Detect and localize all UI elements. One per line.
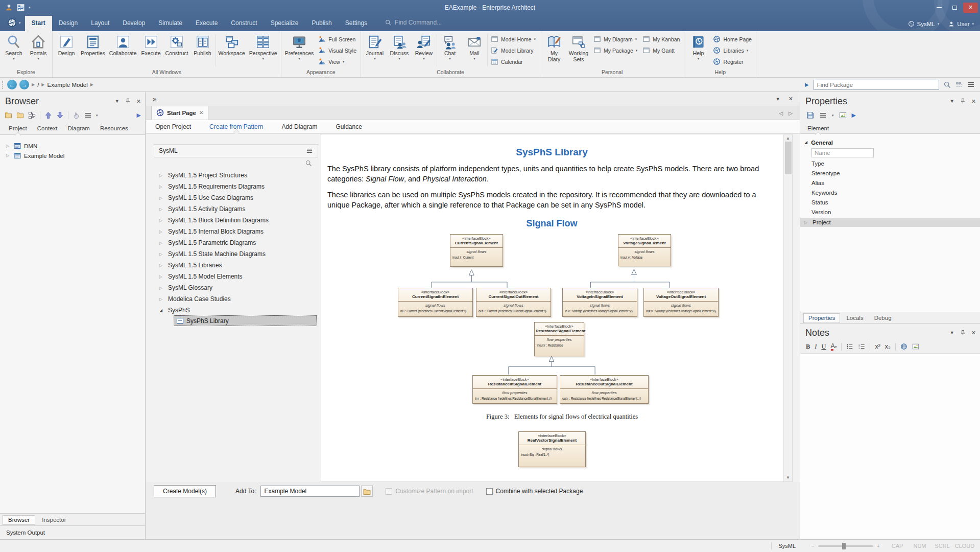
- uml-block-current-in[interactable]: «interfaceBlock»CurrentSignalInElementsi…: [398, 288, 473, 317]
- ribbon-button-full-screen[interactable]: Full Screen: [318, 34, 356, 44]
- menu-icon[interactable]: [819, 111, 827, 119]
- scroll-tabs-left-icon[interactable]: ◁: [779, 110, 783, 116]
- pin-icon[interactable]: [125, 98, 131, 104]
- breadcrumb-item[interactable]: Example Model: [47, 82, 88, 88]
- close-tab-icon[interactable]: ✕: [199, 110, 203, 116]
- expand-browser-icon[interactable]: ▶: [137, 112, 141, 119]
- ribbon-button-properties[interactable]: Properties: [79, 32, 107, 68]
- uml-block-realvector[interactable]: «interfaceBlock»RealVectorSignalElements…: [518, 431, 586, 467]
- pattern-item-modelica-case-studies[interactable]: ▷Modelica Case Studies: [154, 293, 318, 305]
- new-package-icon[interactable]: [5, 111, 12, 119]
- property-row-status[interactable]: Status: [800, 197, 980, 207]
- collapse-sidebar-icon[interactable]: »: [153, 95, 156, 103]
- dock-tab-properties[interactable]: Properties: [803, 313, 840, 323]
- dock-tab-browser[interactable]: Browser: [3, 515, 35, 525]
- close-icon[interactable]: ✕: [971, 330, 976, 336]
- ribbon-button-my-gantt[interactable]: My Gantt: [642, 45, 680, 55]
- uml-block-resistance-in[interactable]: «interfaceBlock»ResistanceInSignalElemen…: [472, 375, 557, 404]
- expander-icon[interactable]: ▷: [159, 229, 164, 234]
- startpage-nav-add-diagram[interactable]: Add Diagram: [281, 123, 317, 130]
- maximize-button[interactable]: [947, 3, 962, 13]
- property-row-type[interactable]: Type: [800, 158, 980, 168]
- statusbar-toggle-scrl[interactable]: SCRL: [931, 543, 953, 549]
- expand-icon[interactable]: ▶: [805, 82, 809, 87]
- app-menu-button[interactable]: ▾: [3, 18, 25, 31]
- forward-button[interactable]: →: [19, 80, 29, 89]
- pattern-item-sysml-1-5-project-structures[interactable]: ▷SysML 1.5 Project Structures: [154, 170, 318, 181]
- ribbon-tab-design[interactable]: Design: [52, 16, 84, 31]
- ribbon-button-chat[interactable]: Chat▾: [438, 32, 462, 68]
- ribbon-button-construct[interactable]: Construct: [163, 32, 190, 68]
- property-row-stereotype[interactable]: Stereotype: [800, 168, 980, 178]
- startpage-nav-create-from-pattern[interactable]: Create from Pattern: [209, 123, 263, 130]
- expander-icon[interactable]: ◢: [159, 308, 164, 313]
- pattern-item-sysml-1-5-libraries[interactable]: ▷SysML 1.5 Libraries: [154, 260, 318, 271]
- pattern-item-sysml-1-5-parametric-diagrams[interactable]: ▷SysML 1.5 Parametric Diagrams: [154, 237, 318, 248]
- ribbon-tab-layout[interactable]: Layout: [84, 16, 116, 31]
- uml-block-current-out[interactable]: «interfaceBlock»CurrentSignalOutElements…: [476, 288, 551, 317]
- insert-image-button[interactable]: [912, 343, 919, 350]
- panel-menu-icon[interactable]: ▼: [950, 99, 954, 104]
- zoom-out-icon[interactable]: −: [811, 543, 814, 549]
- ribbon-button-model-library[interactable]: Model Library: [491, 45, 536, 55]
- expander-icon[interactable]: ▷: [159, 252, 164, 257]
- pattern-item-sysml-1-5-model-elements[interactable]: ▷SysML 1.5 Model Elements: [154, 271, 318, 282]
- ribbon-tab-develop[interactable]: Develop: [116, 16, 152, 31]
- tree-node-dmn[interactable]: ▷DMN: [0, 141, 145, 151]
- font-color-button[interactable]: A▾: [831, 342, 837, 351]
- menu-icon[interactable]: [967, 81, 975, 88]
- ribbon-button-my-diary[interactable]: My Diary: [542, 32, 566, 68]
- scrollbar-thumb[interactable]: [785, 142, 792, 174]
- ribbon-button-collaborate[interactable]: Collaborate: [107, 32, 139, 68]
- ribbon-button-help[interactable]: Help▾: [686, 32, 710, 68]
- close-icon[interactable]: ✕: [136, 98, 141, 105]
- panel-menu-icon[interactable]: ▼: [115, 99, 119, 104]
- notes-editor[interactable]: [800, 354, 980, 539]
- package-browser-icon[interactable]: [955, 81, 963, 88]
- property-row-keywords[interactable]: Keywords: [800, 188, 980, 197]
- uml-block-resistance-out[interactable]: «interfaceBlock»ResistanceOutSignalEleme…: [560, 375, 649, 404]
- statusbar-perspective[interactable]: SysML: [779, 543, 796, 549]
- ribbon-button-my-diagram[interactable]: My Diagram▾: [593, 34, 637, 44]
- uml-block-voltage-out[interactable]: «interfaceBlock»VoltageOutSignalElements…: [643, 288, 719, 317]
- pattern-item-sysml-1-5-state-machine-diagrams[interactable]: ▷SysML 1.5 State Machine Diagrams: [154, 248, 318, 260]
- customize-pattern-checkbox[interactable]: [386, 488, 392, 495]
- expander-icon[interactable]: ▷: [159, 274, 164, 279]
- breadcrumb-root[interactable]: /: [37, 82, 39, 88]
- search-icon[interactable]: [944, 81, 951, 88]
- property-row-alias[interactable]: Alias: [800, 178, 980, 188]
- underline-button[interactable]: U: [822, 343, 826, 351]
- vertical-scrollbar[interactable]: ▲ ▼: [783, 134, 792, 481]
- ribbon-button-home-page[interactable]: Home Page: [713, 34, 751, 44]
- browser-tab-project[interactable]: Project: [4, 123, 32, 134]
- quick-access-icon[interactable]: [16, 4, 25, 12]
- quickaccess-dropdown-icon[interactable]: ▾: [29, 6, 31, 9]
- find-package-input[interactable]: [814, 80, 939, 90]
- ribbon-button-register[interactable]: Register: [713, 57, 751, 66]
- ribbon-button-journal[interactable]: Journal▾: [363, 32, 387, 68]
- expander-icon[interactable]: ▷: [804, 220, 809, 225]
- expander-icon[interactable]: ▷: [159, 297, 164, 302]
- hyperlink-button[interactable]: [900, 343, 907, 350]
- panel-menu-icon[interactable]: ▼: [950, 330, 954, 335]
- move-up-icon[interactable]: [44, 111, 52, 119]
- pattern-item-sysml-1-5-use-case-diagrams[interactable]: ▷SysML 1.5 Use Case Diagrams: [154, 192, 318, 203]
- ribbon-button-design[interactable]: Design: [54, 32, 79, 68]
- expander-icon[interactable]: ▷: [159, 241, 164, 245]
- panel-menu-icon[interactable]: ▼: [776, 97, 780, 102]
- ribbon-button-search[interactable]: Search▾: [2, 32, 26, 68]
- bold-button[interactable]: B: [806, 343, 810, 351]
- browser-tab-context[interactable]: Context: [33, 123, 62, 134]
- ribbon-button-publish[interactable]: Publish: [190, 32, 215, 68]
- scroll-down-icon[interactable]: ▼: [786, 475, 790, 480]
- create-models-button[interactable]: Create Model(s): [154, 485, 216, 497]
- expander-icon[interactable]: ▷: [159, 196, 164, 200]
- toolbar-grip[interactable]: [2, 81, 4, 89]
- dock-tab-inspector[interactable]: Inspector: [37, 516, 71, 524]
- expander-icon[interactable]: ▷: [159, 207, 164, 212]
- uml-block-voltage-signal[interactable]: «interfaceBlock»VoltageSignalElementsign…: [618, 234, 671, 266]
- ribbon-button-my-kanban[interactable]: My Kanban: [642, 34, 680, 44]
- tab-element[interactable]: Element: [807, 125, 829, 131]
- tab-start-page[interactable]: Start Page ✕: [151, 106, 208, 120]
- uml-block-current-signal[interactable]: «interfaceBlock»CurrentSignalElementsign…: [450, 234, 503, 267]
